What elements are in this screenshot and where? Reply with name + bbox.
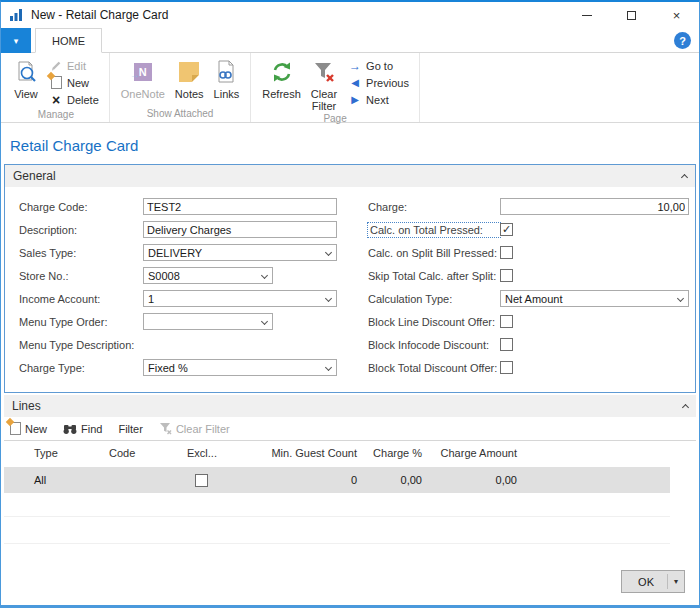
- row-charge-pct-cell[interactable]: 0,00: [357, 474, 422, 486]
- links-button[interactable]: Links: [209, 55, 245, 100]
- general-fasttab-header[interactable]: General: [5, 165, 695, 187]
- sales-type-combobox[interactable]: DELIVERY: [143, 244, 337, 261]
- tab-home-label: HOME: [52, 35, 85, 47]
- group-label-manage: Manage: [9, 108, 103, 122]
- chevron-down-icon: [677, 294, 684, 301]
- field-charge: Charge:: [368, 195, 695, 218]
- app-chart-icon: [9, 8, 24, 22]
- charge-type-value: Fixed %: [148, 362, 188, 374]
- ok-button-label: OK: [622, 576, 667, 588]
- app-menu-button[interactable]: ▾: [1, 28, 31, 53]
- store-no-combobox[interactable]: S0008: [143, 267, 273, 284]
- block-total-discount-checkbox[interactable]: [500, 361, 513, 374]
- next-button[interactable]: ▶ Next: [344, 91, 413, 108]
- calculation-type-combobox[interactable]: Net Amount: [500, 290, 689, 307]
- previous-button[interactable]: ◀ Previous: [344, 74, 413, 91]
- block-total-discount-label: Block Total Discount Offer:: [368, 362, 500, 374]
- description-input[interactable]: [143, 221, 337, 238]
- empty-row: [4, 517, 670, 544]
- minimize-icon: [582, 15, 592, 16]
- general-fasttab: General Charge Code: Description: Sales …: [4, 164, 696, 393]
- column-type[interactable]: Type: [34, 447, 109, 459]
- collapse-chevron-icon: [682, 169, 687, 183]
- row-excl-checkbox[interactable]: [195, 474, 208, 487]
- calc-on-total-pressed-checkbox[interactable]: ✓: [500, 223, 513, 236]
- charge-input[interactable]: [500, 198, 689, 215]
- row-type-cell[interactable]: All: [34, 474, 109, 486]
- income-account-combobox[interactable]: 1: [143, 290, 337, 307]
- calc-on-split-bill-checkbox[interactable]: [500, 246, 513, 259]
- skip-total-calc-label: Skip Total Calc. after Split:: [368, 270, 500, 282]
- skip-total-calc-checkbox[interactable]: [500, 269, 513, 282]
- view-button-label: View: [14, 88, 38, 100]
- close-button[interactable]: ×: [654, 2, 699, 28]
- next-button-label: Next: [366, 94, 389, 106]
- lines-section-header[interactable]: Lines: [4, 395, 696, 417]
- column-charge-amount[interactable]: Charge Amount: [422, 447, 517, 459]
- row-min-guest-count-cell[interactable]: 0: [267, 474, 357, 486]
- row-charge-amount-cell[interactable]: 0,00: [422, 474, 517, 486]
- minimize-button[interactable]: [564, 2, 609, 28]
- lines-find-button[interactable]: Find: [63, 423, 102, 435]
- delete-button[interactable]: × Delete: [45, 91, 103, 108]
- new-page-icon: [49, 76, 63, 89]
- field-income-account: Income Account: 1: [19, 287, 344, 310]
- ok-button[interactable]: OK ▾: [621, 570, 685, 593]
- charge-type-label: Charge Type:: [19, 362, 143, 374]
- ok-dropdown-icon[interactable]: ▾: [668, 577, 684, 586]
- calculation-type-value: Net Amount: [505, 293, 562, 305]
- table-row[interactable]: All 0 0,00 0,00: [4, 467, 670, 493]
- clear-filter-icon: [312, 58, 336, 86]
- delete-button-label: Delete: [67, 94, 99, 106]
- clear-filter-label-2: Filter: [312, 100, 336, 112]
- ribbon: View Edit New: [1, 53, 699, 123]
- lines-filter-label: Filter: [118, 423, 142, 435]
- ribbon-group-manage: View Edit New: [3, 53, 110, 122]
- column-min-guest-count[interactable]: Min. Guest Count: [267, 447, 357, 459]
- clear-filter-button[interactable]: ClearFilter: [306, 55, 342, 112]
- field-menu-type-description: Menu Type Description:: [19, 333, 344, 356]
- clear-filter-small-icon: [159, 422, 172, 435]
- goto-button[interactable]: → Go to: [344, 57, 413, 74]
- menu-type-order-label: Menu Type Order:: [19, 316, 143, 328]
- row-excl-cell: [187, 474, 267, 487]
- tab-home[interactable]: HOME: [35, 28, 102, 53]
- notes-button-label: Notes: [175, 88, 204, 100]
- app-window: New - Retail Charge Card × ▾ HOME ?: [0, 0, 700, 608]
- links-icon: [216, 58, 236, 86]
- edit-button: Edit: [45, 57, 103, 74]
- column-code[interactable]: Code: [109, 447, 187, 459]
- sales-type-value: DELIVERY: [148, 247, 202, 259]
- column-excl[interactable]: Excl...: [187, 447, 267, 459]
- maximize-button[interactable]: [609, 2, 654, 28]
- refresh-button[interactable]: Refresh: [257, 55, 306, 100]
- charge-type-combobox[interactable]: Fixed %: [143, 359, 337, 376]
- lines-filter-button[interactable]: Filter: [118, 423, 142, 435]
- field-skip-total-calc: Skip Total Calc. after Split:: [368, 264, 695, 287]
- notes-button[interactable]: Notes: [170, 55, 209, 100]
- ribbon-tab-row: ▾ HOME ?: [1, 28, 699, 53]
- onenote-button: N→ OneNote: [116, 55, 170, 100]
- charge-code-input[interactable]: [143, 198, 337, 215]
- store-no-label: Store No.:: [19, 270, 143, 282]
- pencil-icon: [49, 60, 63, 71]
- description-label: Description:: [19, 224, 143, 236]
- lines-new-button[interactable]: New: [10, 422, 47, 435]
- block-infocode-discount-checkbox[interactable]: [500, 338, 513, 351]
- menu-type-order-combobox[interactable]: [143, 313, 273, 330]
- column-charge-pct[interactable]: Charge %: [357, 447, 422, 459]
- refresh-button-label: Refresh: [262, 88, 301, 100]
- charge-label: Charge:: [368, 201, 500, 213]
- new-button[interactable]: New: [45, 74, 103, 91]
- chevron-down-icon: ▾: [14, 36, 19, 46]
- income-account-value: 1: [148, 293, 154, 305]
- help-button[interactable]: ?: [674, 32, 691, 49]
- view-button[interactable]: View: [9, 55, 43, 100]
- field-calc-on-total-pressed: Calc. on Total Pressed: ✓: [368, 218, 695, 241]
- block-line-discount-checkbox[interactable]: [500, 315, 513, 328]
- lines-table-header: Type Code Excl... Min. Guest Count Charg…: [4, 443, 696, 463]
- ribbon-group-page: Refresh ClearFilter → Go t: [251, 53, 420, 122]
- close-icon: ×: [673, 8, 681, 23]
- onenote-n: N: [139, 66, 147, 78]
- sales-type-label: Sales Type:: [19, 247, 143, 259]
